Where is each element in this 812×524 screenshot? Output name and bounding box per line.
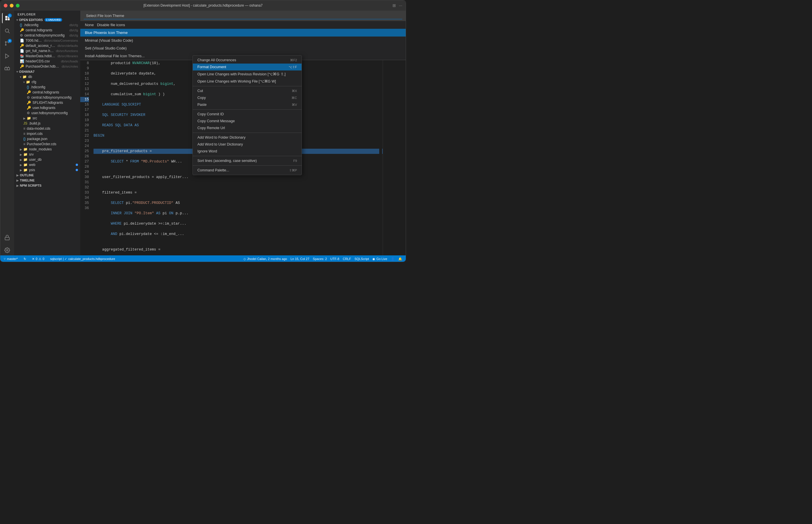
line-num: 25: [80, 149, 89, 154]
line-num: 35: [80, 200, 89, 206]
open-file-default-role[interactable]: 🔑 default_access_role.hdbrole db/src/def…: [14, 43, 80, 48]
theme-label: Minimal (Visual Studio Code): [85, 38, 133, 43]
oshana7-header[interactable]: ▾ OSHANA7: [14, 69, 80, 74]
tree-hdiconfig[interactable]: {} .hdiconfig: [14, 84, 80, 90]
layout-icon[interactable]: ⊞: [393, 3, 396, 8]
outline-header[interactable]: ▶ OUTLINE: [14, 173, 80, 178]
tree-node-modules[interactable]: ▶ 📁 node_modules: [14, 147, 80, 152]
status-bell[interactable]: 🔔: [397, 257, 403, 261]
status-position[interactable]: Ln 15, Col 27: [289, 257, 311, 261]
ctx-cut[interactable]: Cut ⌘X: [193, 87, 302, 94]
folder-icon: 📁: [23, 147, 28, 151]
activity-remote[interactable]: [2, 232, 12, 243]
maximize-button[interactable]: [16, 4, 19, 7]
ctx-sort-lines[interactable]: Sort lines (ascending, case sensitive) F…: [193, 157, 302, 164]
open-file-t006[interactable]: 📄 T006.hdbtable db/src/data/Conversions: [14, 38, 80, 43]
file-name: PurchaseOrder.hdbstructuredprivilege: [26, 64, 60, 68]
ctx-paste[interactable]: Paste ⌘V: [193, 101, 302, 108]
code-line: filtered_items =: [94, 190, 383, 195]
activity-search[interactable]: [2, 26, 12, 36]
status-golive[interactable]: ◉ Go Live: [371, 257, 388, 261]
ctx-copy-commit-message[interactable]: Copy Commit Message: [193, 118, 302, 125]
ctx-add-word-folder[interactable]: Add Word to Folder Dictionary: [193, 134, 302, 141]
theme-seti[interactable]: Seti (Visual Studio Code): [80, 44, 406, 52]
status-errors[interactable]: ✕ 0 ⚠ 0: [31, 256, 46, 262]
folder-name: user_db: [29, 158, 78, 162]
close-button[interactable]: [4, 4, 7, 7]
open-editors-header[interactable]: ▾ OPEN EDITORS 1 UNSAVED: [14, 17, 80, 22]
more-icon[interactable]: ···: [399, 3, 402, 8]
theme-none[interactable]: None Disable file icons: [80, 21, 406, 29]
tree-central-grants[interactable]: 🔑 central.hdbgrants: [14, 90, 80, 95]
open-file-masterdata[interactable]: 📚 MasterData.hdblibrary db/src/libraries: [14, 53, 80, 59]
tree-srv[interactable]: ▶ 📁 srv: [14, 152, 80, 157]
status-person[interactable]: 👤: [389, 257, 396, 261]
activity-source-control[interactable]: 9: [2, 38, 12, 49]
open-file-get-full-name[interactable]: 📄 get_full_name.hdbfunction db/src/funct…: [14, 48, 80, 53]
ctx-change-all-occurrences[interactable]: Change All Occurrences ⌘F2: [193, 57, 302, 64]
status-git-user[interactable]: ◇ Jhodel Cailan, 2 months ago: [242, 257, 288, 261]
tree-data-model[interactable]: ≡ data-model.cds: [14, 126, 80, 131]
open-file-central-grants[interactable]: 🔑 central.hdbgrants db/cfg: [14, 28, 80, 33]
activity-run[interactable]: [2, 51, 12, 61]
tree-user-db[interactable]: ▶ 📁 user_db: [14, 157, 80, 162]
tree-src[interactable]: ▶ 📁 src: [14, 116, 80, 121]
status-branch[interactable]: ⑂ master*: [3, 256, 19, 262]
npm-scripts-header[interactable]: ▶ NPM SCRIPTS: [14, 183, 80, 188]
theme-search-input[interactable]: [84, 12, 402, 19]
spaces-text: Spaces: 2: [313, 257, 327, 261]
status-encoding[interactable]: UTF-8: [329, 257, 340, 261]
open-file-central-synonym[interactable]: ⚙ central.hdbsynonymconfig db/cfg: [14, 33, 80, 38]
file-path: db/src/loads: [61, 60, 78, 63]
folder-icon: 📁: [23, 158, 28, 162]
cds-icon: ≡: [23, 127, 25, 131]
tree-web[interactable]: ▶ 📁 web: [14, 162, 80, 167]
status-spaces[interactable]: Spaces: 2: [312, 257, 328, 261]
ctx-open-line-prev[interactable]: Open Line Changes with Previous Revision…: [193, 70, 302, 78]
theme-blue-phoenix[interactable]: Blue Phoenix Icon Theme: [80, 29, 406, 36]
status-language[interactable]: SQLScript: [353, 257, 370, 261]
key-icon: 🔑: [27, 90, 31, 94]
file-path: db/src/functions: [56, 49, 78, 53]
activity-extensions[interactable]: [2, 64, 12, 74]
tree-central-synonym[interactable]: ⚙ central.hdbsynonymconfig: [14, 95, 80, 100]
open-file-purchaseorder-privilege[interactable]: 🔑 PurchaseOrder.hdbstructuredprivilege d…: [14, 64, 80, 69]
tree-cfg[interactable]: ▾ 📁 cfg: [14, 79, 80, 84]
tree-user-grants[interactable]: 🔑 user.hdbgrants: [14, 105, 80, 111]
svg-marker-9: [5, 54, 9, 59]
file-path: db/src/libraries: [57, 54, 78, 58]
tree-user-synonym[interactable]: ⚙ user.hdbsynonymconfig: [14, 111, 80, 116]
svg-line-5: [9, 32, 10, 33]
status-eol[interactable]: CRLF: [341, 257, 352, 261]
open-file-headercds[interactable]: 📊 headerCDS.csv db/src/loads: [14, 59, 80, 64]
line-num: 18: [80, 112, 89, 118]
activity-explorer[interactable]: 1: [2, 13, 12, 23]
ctx-command-palette[interactable]: Command Palette... ⇧⌘P: [193, 167, 302, 174]
ctx-add-word-user[interactable]: Add Word to User Dictionary: [193, 141, 302, 148]
ctx-ignore-word[interactable]: Ignore Word: [193, 148, 302, 155]
eol-text: CRLF: [343, 257, 351, 261]
ctx-copy-remote-url[interactable]: Copy Remote Url: [193, 125, 302, 131]
tree-db[interactable]: ▾ 📁 db: [14, 74, 80, 79]
ctx-copy-commit-id[interactable]: Copy Commit ID: [193, 111, 302, 118]
tree-purchaseorder-cds[interactable]: ≡ PurchaseOrder.cds: [14, 142, 80, 147]
activity-settings[interactable]: [2, 245, 12, 256]
status-sync[interactable]: ↻: [22, 256, 27, 262]
ctx-copy[interactable]: Copy ⌘C: [193, 94, 302, 101]
timeline-header[interactable]: ▶ TIMELINE: [14, 178, 80, 183]
tree-sflight[interactable]: 🔑 SFLIGHT.hdbgrants: [14, 100, 80, 105]
tree-ysis[interactable]: ▶ 📁 ysis: [14, 167, 80, 173]
tree-import[interactable]: ≡ import.cds: [14, 131, 80, 136]
status-sqlscript[interactable]: sqlscript | ✓ calculate_products.hdbproc…: [49, 256, 116, 262]
file-name: .build.js: [29, 121, 78, 126]
chevron-down-icon: ▾: [16, 70, 18, 73]
ctx-open-line-working[interactable]: Open Line Changes with Working File [⌥⌘G…: [193, 78, 302, 85]
minimize-button[interactable]: [10, 4, 14, 7]
open-file-hdiconfig[interactable]: {} .hdiconfig db/cfg: [14, 22, 80, 28]
theme-minimal[interactable]: Minimal (Visual Studio Code): [80, 36, 406, 44]
ctx-format-document[interactable]: Format Document ⌥⇧F: [193, 64, 302, 70]
tree-build[interactable]: JS .build.js: [14, 121, 80, 126]
line-num: 32: [80, 185, 89, 190]
theme-label: Blue Phoenix Icon Theme: [85, 31, 128, 35]
tree-package[interactable]: {} package.json: [14, 136, 80, 142]
